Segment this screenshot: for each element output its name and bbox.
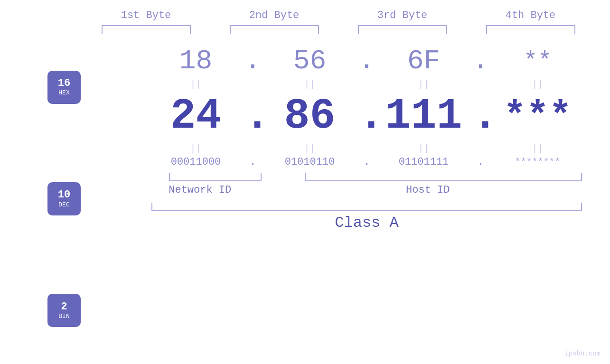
network-id-bracket bbox=[147, 173, 283, 181]
hex-sep-3: . bbox=[472, 46, 489, 76]
dec-sep-2: . bbox=[358, 92, 375, 140]
bin-row: 00011000 . 01010110 . 01101111 . *******… bbox=[147, 156, 586, 168]
eq-sym-4: || bbox=[489, 79, 586, 90]
byte-col-4: 4th Byte bbox=[475, 9, 586, 34]
badge-hex: 16 HEX bbox=[47, 71, 81, 104]
badge-bin: 2 BIN bbox=[47, 294, 81, 327]
bin-sep-1: . bbox=[244, 156, 261, 168]
host-id-label: Host ID bbox=[406, 184, 450, 196]
header-row: 1st Byte 2nd Byte 3rd Byte 4th Byte bbox=[24, 9, 586, 34]
bin-val-3: 01101111 bbox=[375, 156, 472, 168]
eq-sym-7: || bbox=[375, 143, 472, 154]
class-label: Class A bbox=[335, 214, 398, 232]
badge-bin-number: 2 bbox=[61, 301, 67, 313]
badge-dec-number: 10 bbox=[58, 189, 70, 201]
class-label-container: Class A bbox=[147, 214, 586, 232]
badge-dec: 10 DEC bbox=[47, 182, 81, 215]
byte-label-2: 2nd Byte bbox=[249, 9, 300, 21]
dec-val-1: 24 bbox=[147, 92, 244, 140]
bin-val-2: 01010110 bbox=[261, 156, 358, 168]
watermark: ipshu.com bbox=[564, 350, 601, 357]
eq-sym-8: || bbox=[489, 143, 586, 154]
network-id-label: Network ID bbox=[169, 184, 231, 196]
bracket-top-4 bbox=[486, 25, 575, 34]
hex-val-4: ** bbox=[489, 47, 586, 75]
bracket-top-1 bbox=[102, 25, 191, 34]
hex-val-2: 56 bbox=[261, 46, 358, 76]
hex-val-3: 6F bbox=[375, 46, 472, 76]
rows-wrapper: 18 . 56 . 6F . ** || || || || 24 bbox=[85, 34, 586, 364]
hex-sep-1: . bbox=[244, 46, 261, 76]
eq-row-1: || || || || bbox=[147, 79, 586, 90]
byte-label-1: 1st Byte bbox=[121, 9, 171, 21]
badge-bin-label: BIN bbox=[58, 313, 69, 320]
class-bracket bbox=[147, 203, 586, 211]
hex-row: 18 . 56 . 6F . ** bbox=[147, 46, 586, 76]
dec-row: 24 . 86 . 111 . *** bbox=[147, 92, 586, 140]
byte-col-1: 1st Byte bbox=[90, 9, 202, 34]
dec-sep-3: . bbox=[472, 92, 489, 140]
eq-sym-5: || bbox=[147, 143, 244, 154]
dec-val-3: 111 bbox=[375, 92, 472, 140]
eq-sym-1: || bbox=[147, 79, 244, 90]
eq-sym-3: || bbox=[375, 79, 472, 90]
bracket-bottom-row bbox=[147, 173, 586, 181]
eq-sym-6: || bbox=[261, 143, 358, 154]
badges-col: 16 HEX 10 DEC 2 BIN bbox=[24, 34, 85, 364]
main-container: 1st Byte 2nd Byte 3rd Byte 4th Byte 16 H… bbox=[0, 0, 610, 364]
bracket-top-3 bbox=[358, 25, 447, 34]
eq-row-2: || || || || bbox=[147, 143, 586, 154]
id-labels-row: Network ID Host ID bbox=[147, 184, 586, 196]
network-id-label-container: Network ID bbox=[147, 184, 253, 196]
badge-hex-label: HEX bbox=[58, 89, 69, 96]
bin-val-4: ******** bbox=[489, 157, 586, 168]
byte-label-3: 3rd Byte bbox=[377, 9, 428, 21]
badge-hex-number: 16 bbox=[58, 78, 70, 89]
hex-val-1: 18 bbox=[147, 46, 244, 76]
bin-sep-2: . bbox=[358, 156, 375, 168]
bin-sep-3: . bbox=[472, 156, 489, 168]
bracket-top-2 bbox=[230, 25, 319, 34]
bin-val-1: 00011000 bbox=[147, 156, 244, 168]
byte-col-2: 2nd Byte bbox=[218, 9, 330, 34]
host-id-bracket bbox=[300, 173, 586, 181]
byte-label-4: 4th Byte bbox=[506, 9, 556, 21]
dec-sep-1: . bbox=[244, 92, 261, 140]
dec-val-2: 86 bbox=[261, 92, 358, 140]
eq-sym-2: || bbox=[261, 79, 358, 90]
byte-col-3: 3rd Byte bbox=[347, 9, 458, 34]
hex-sep-2: . bbox=[358, 46, 375, 76]
host-id-label-container: Host ID bbox=[270, 184, 587, 196]
dec-val-4: *** bbox=[489, 95, 586, 138]
badge-dec-label: DEC bbox=[58, 201, 69, 208]
